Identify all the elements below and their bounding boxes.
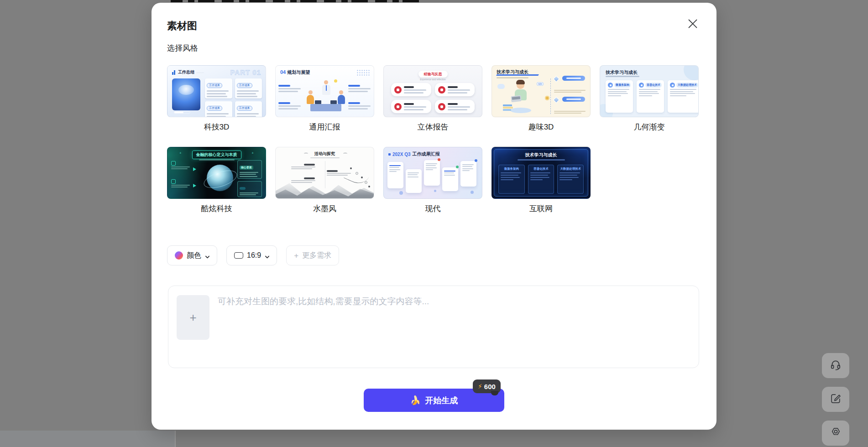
underlying-page-panel	[0, 431, 175, 447]
screen: 素材图 选择风格 工作总结 ·········· PART 01	[0, 0, 868, 447]
bubble-decor	[471, 191, 474, 194]
text-placeholder-lines	[608, 89, 631, 96]
more-requirements-button[interactable]: + 更多需求	[286, 245, 339, 265]
style-thumbnail: + + 金融的核心定义与本质 核心要素	[167, 147, 266, 199]
style-label: 现代	[383, 203, 482, 214]
red-dot-decor	[438, 158, 440, 161]
color-filter-button[interactable]: 颜色	[167, 245, 217, 265]
text-placeholder-cluster	[278, 85, 302, 92]
divider-line	[325, 161, 325, 188]
thumb-progress-bar	[174, 111, 190, 114]
text-placeholder-line	[497, 77, 528, 78]
feature-item	[291, 164, 317, 169]
style-thumbnail: 经验与反思 Experience and reflection	[383, 65, 482, 117]
aspect-ratio-button[interactable]: 16:9	[226, 245, 277, 265]
add-reference-image-button[interactable]: +	[177, 295, 209, 340]
microservice-icon	[608, 83, 613, 88]
text-placeholder-lines	[207, 113, 230, 117]
green-dot-decor	[456, 166, 459, 168]
color-filter-label: 颜色	[187, 251, 201, 260]
character-seat	[510, 108, 531, 113]
container-icon	[639, 83, 644, 88]
style-option-fun-3d[interactable]: 技术学习与成长 </>	[492, 65, 591, 132]
thumb-title: 技术学习与成长	[497, 69, 528, 75]
connector-dashed-line	[550, 78, 551, 114]
style-option-ink-wash[interactable]: 活动与探究 水墨	[275, 147, 374, 214]
prompt-input[interactable]	[218, 295, 690, 359]
thumb-header: 经验与反思 Experience and reflection	[384, 69, 482, 81]
print-icon	[394, 86, 402, 94]
headset-icon	[830, 359, 842, 373]
text-placeholder-lines	[501, 172, 523, 180]
thumb-content-grid: 工作成果 工作成果 工作成果 工作成果	[205, 78, 262, 113]
text-placeholder-cluster	[348, 102, 372, 109]
note-card	[460, 161, 476, 187]
bird-stroke-decor	[304, 153, 308, 155]
text-placeholder-line	[310, 157, 340, 158]
speaker-icon	[394, 103, 402, 110]
style-label: 科技3D	[167, 122, 266, 132]
puzzle-icon	[438, 86, 445, 94]
banana-icon: 🍌	[410, 395, 421, 405]
team-illustration	[307, 79, 345, 115]
style-option-modern[interactable]: 202X Q3 工作成果汇报 现代	[383, 147, 482, 214]
style-option-internet[interactable]: 技术学习与成长 微服务架构 容器化技术 大数据处理技术 互联网	[492, 147, 591, 214]
character-head	[517, 81, 524, 89]
wifi-icon	[438, 103, 445, 110]
style-label: 通用汇报	[275, 122, 374, 132]
style-option-geometric-gradient[interactable]: 技术学习与成长 微服务架构 容器化技术 大数据处理技术	[600, 65, 699, 132]
style-label: 水墨风	[275, 203, 374, 214]
material-image-modal: 素材图 选择风格 工作总结 ·········· PART 01	[152, 3, 716, 430]
pencil-square-icon	[830, 393, 842, 406]
plus-decor: +	[251, 151, 254, 155]
chevron-down-icon	[265, 253, 269, 258]
compose-button[interactable]	[822, 387, 849, 412]
settings-button[interactable]	[822, 421, 849, 446]
support-button[interactable]	[822, 353, 849, 378]
thumb-3d-render	[172, 78, 200, 110]
glass-panel: 核心要素	[237, 160, 262, 179]
lightning-bolt-icon: ⚡	[478, 383, 482, 390]
thumb-title: 活动与探究	[314, 151, 335, 157]
glass-panel	[237, 181, 262, 197]
text-placeholder-line	[199, 159, 235, 161]
close-button[interactable]	[685, 17, 700, 32]
gear-icon	[830, 426, 842, 440]
book-stack	[503, 104, 513, 110]
feature-item	[291, 177, 317, 183]
bubble-decor	[434, 190, 436, 192]
style-option-tech-3d[interactable]: 工作总结 ·········· PART 01 工作成果 工作成果 工作成果 工…	[167, 65, 266, 132]
text-placeholder-lines	[639, 89, 662, 96]
note-card	[424, 160, 440, 186]
style-option-cool-tech[interactable]: + + 金融的核心定义与本质 核心要素	[167, 147, 266, 214]
style-grid: 工作总结 ·········· PART 01 工作成果 工作成果 工作成果 工…	[167, 65, 701, 214]
text-placeholder-lines	[670, 89, 698, 96]
dot-grid-decor	[356, 69, 370, 77]
note-card	[442, 167, 458, 191]
cost-value: 600	[484, 383, 496, 390]
style-option-general-report[interactable]: 04 规划与展望	[275, 65, 374, 132]
style-option-solid-report[interactable]: 经验与反思 Experience and reflection 立体报告	[383, 65, 482, 132]
lightbulb-icon	[334, 79, 337, 83]
generate-section: ⚡ 600 🍌 开始生成	[152, 377, 716, 418]
plus-icon: +	[189, 311, 196, 325]
style-thumbnail: 202X Q3 工作成果汇报	[383, 147, 482, 199]
style-thumbnail: 技术学习与成长 </>	[492, 65, 591, 117]
modal-title: 素材图	[167, 19, 197, 33]
text-placeholder-cluster	[348, 85, 372, 92]
cloud-icon	[497, 84, 505, 89]
style-thumbnail: 技术学习与成长 微服务架构 容器化技术 大数据处理技术	[600, 65, 699, 117]
text-placeholder-cluster	[278, 102, 302, 109]
thumb-title: 技术学习与成长	[492, 152, 590, 158]
aspect-ratio-label: 16:9	[247, 251, 261, 260]
bar-chart-icon	[172, 70, 176, 75]
thumb-title: 工作总结	[178, 69, 194, 75]
thumb-title: 金融的核心定义与本质	[192, 151, 241, 159]
style-label: 互联网	[492, 203, 591, 214]
prompt-area: +	[168, 286, 699, 368]
style-thumbnail: 04 规划与展望	[275, 65, 374, 117]
more-requirements-label: 更多需求	[302, 251, 331, 260]
bubble-decor	[399, 191, 403, 195]
color-swatch-icon	[175, 251, 183, 260]
text-placeholder-line	[518, 159, 565, 161]
